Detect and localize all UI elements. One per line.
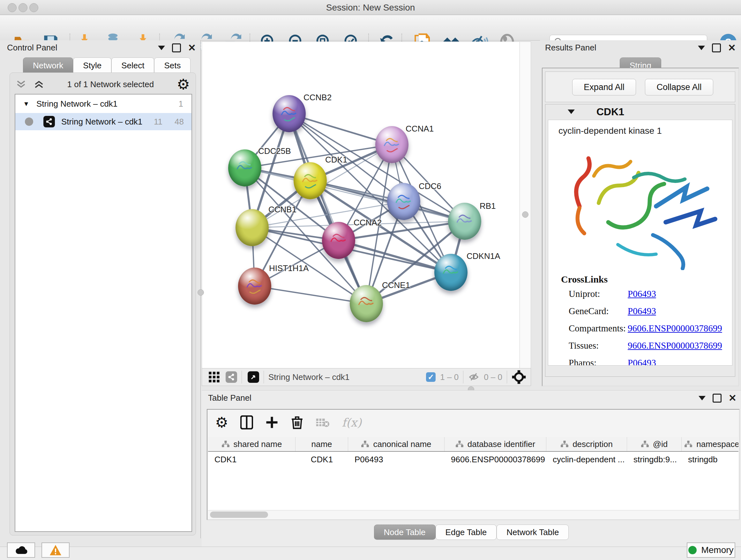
- crosslink-link[interactable]: P06493: [628, 289, 656, 299]
- scrollbar-thumb[interactable]: [210, 511, 268, 518]
- node-CCNB1[interactable]: [235, 209, 269, 246]
- function-builder-icon: f(x): [342, 416, 361, 429]
- node-table: shared namenamecanonical namedatabase id…: [208, 437, 738, 510]
- crosslink-link[interactable]: P06493: [628, 358, 656, 366]
- crosslink-link[interactable]: P06493: [628, 306, 656, 316]
- float-panel-icon[interactable]: [698, 46, 705, 50]
- birdseye-view-icon[interactable]: [248, 371, 259, 383]
- node-label-CCNE1: CCNE1: [382, 280, 410, 290]
- network-collection-row[interactable]: ▼ String Network – cdk1 1: [15, 95, 192, 113]
- shared-column-icon: [221, 440, 230, 448]
- collection-count: 1: [179, 99, 183, 109]
- crosslink-label: Pharos:: [569, 358, 628, 366]
- crosslink-row: GeneCard:P06493: [569, 306, 656, 316]
- center-view-icon[interactable]: [512, 370, 526, 384]
- maximize-panel-icon[interactable]: [172, 44, 181, 52]
- node-RB1[interactable]: [448, 203, 481, 240]
- network-view-title: String Network – cdk1: [268, 372, 349, 382]
- shared-column-icon: [641, 440, 649, 448]
- node-CDK1[interactable]: [293, 162, 327, 199]
- tab-edge-table[interactable]: Edge Table: [435, 524, 497, 540]
- control-splitter-handle[interactable]: [198, 289, 204, 296]
- network-options-gear-icon[interactable]: ⚙: [177, 77, 190, 91]
- warning-icon: [49, 544, 62, 556]
- show-columns-icon[interactable]: [240, 415, 253, 429]
- node-CCNE1[interactable]: [350, 285, 383, 322]
- table-hscrollbar[interactable]: [208, 510, 738, 519]
- close-panel-icon[interactable]: ✕: [728, 44, 736, 51]
- share-view-icon[interactable]: [226, 371, 237, 383]
- float-panel-icon[interactable]: [698, 396, 705, 400]
- tab-node-table[interactable]: Node Table: [374, 524, 435, 540]
- node-CDC25B[interactable]: [228, 149, 261, 186]
- results-splitter-handle[interactable]: [522, 211, 529, 218]
- close-panel-icon[interactable]: ✕: [188, 44, 196, 51]
- node-CCNA2[interactable]: [322, 222, 355, 259]
- column-header-shared-name[interactable]: shared name: [208, 437, 295, 451]
- table-options-gear-icon[interactable]: ⚙: [215, 415, 228, 430]
- edge-count: 48: [175, 117, 184, 127]
- window-title: Session: New Session: [0, 3, 741, 13]
- network-type-icon: [44, 116, 55, 127]
- node-CDC6[interactable]: [387, 183, 420, 220]
- title-bar: Session: New Session: [0, 0, 741, 15]
- network-row-selected[interactable]: String Network – cdk1 11 48: [15, 113, 192, 130]
- cloud-button[interactable]: [7, 543, 35, 558]
- tab-style[interactable]: Style: [73, 57, 111, 73]
- shared-column-icon: [455, 440, 464, 448]
- column-header-namespace[interactable]: namespace: [682, 437, 738, 451]
- node-label-CCNB2: CCNB2: [304, 92, 332, 103]
- node-CCNA1[interactable]: [375, 126, 408, 163]
- node-label-CDK1: CDK1: [325, 155, 347, 165]
- table-cell: stringdb: [682, 452, 738, 467]
- crosslink-link[interactable]: 9606.ENSP00000378699: [628, 323, 722, 334]
- delete-column-icon[interactable]: [291, 415, 304, 429]
- shared-column-icon: [361, 440, 369, 448]
- results-panel-title: Results Panel: [545, 43, 596, 53]
- results-splitter[interactable]: [520, 42, 531, 369]
- column-header-name[interactable]: name: [295, 437, 348, 451]
- expand-all-icon[interactable]: [33, 79, 44, 90]
- maximize-panel-icon[interactable]: [712, 44, 721, 52]
- column-header-database-identifier[interactable]: database identifier: [445, 437, 546, 451]
- tab-select[interactable]: Select: [111, 57, 154, 73]
- node-CCNB2[interactable]: [273, 95, 306, 132]
- memory-button[interactable]: Memory: [687, 543, 735, 558]
- string-controls: Expand All Collapse All: [545, 71, 735, 102]
- crosslink-link[interactable]: 9606.ENSP00000378699: [628, 340, 722, 351]
- column-header-canonical-name[interactable]: canonical name: [348, 437, 445, 451]
- collapse-all-button[interactable]: Collapse All: [645, 79, 713, 96]
- node-HIST1H1A[interactable]: [238, 267, 271, 305]
- control-panel-title: Control Panel: [7, 43, 57, 53]
- hidden-eye-icon[interactable]: [468, 371, 481, 383]
- network-canvas[interactable]: CCNB2CCNA1CDC25BCDK1CDC6RB1CCNB1CCNA2CDK…: [202, 42, 520, 369]
- cytoscape-window: Session: New Session: [0, 0, 741, 560]
- column-header--id[interactable]: @id: [627, 437, 682, 451]
- tab-network[interactable]: Network: [23, 57, 73, 73]
- add-column-icon[interactable]: [265, 416, 279, 429]
- hidden-counts: 0 – 0: [484, 372, 502, 382]
- tab-network-table[interactable]: Network Table: [496, 524, 569, 540]
- table-panel-title: Table Panel: [208, 393, 252, 403]
- grid-view-icon[interactable]: [208, 371, 220, 383]
- node-label-RB1: RB1: [480, 201, 496, 211]
- collapse-all-icon[interactable]: [16, 79, 26, 90]
- selected-checkbox-icon[interactable]: ✓: [426, 372, 435, 382]
- maximize-panel-icon[interactable]: [713, 394, 722, 402]
- node-count: 11: [154, 117, 162, 127]
- tab-sets[interactable]: Sets: [154, 57, 191, 73]
- node-label-CDC25B: CDC25B: [258, 146, 291, 156]
- crosslink-label: Uniprot:: [569, 289, 628, 299]
- main-toolbar: ?: [0, 15, 741, 41]
- entry-expander-icon[interactable]: [568, 110, 575, 114]
- expand-all-button[interactable]: Expand All: [572, 79, 636, 96]
- close-panel-icon[interactable]: ✕: [729, 395, 737, 401]
- float-panel-icon[interactable]: [158, 46, 165, 50]
- collection-expander-icon[interactable]: ▼: [15, 100, 29, 108]
- warnings-button[interactable]: [42, 543, 70, 558]
- node-CDKN1A[interactable]: [434, 254, 468, 291]
- crosslink-row: Tissues:9606.ENSP00000378699: [569, 340, 722, 351]
- column-header-description[interactable]: description: [546, 437, 627, 451]
- table-row[interactable]: CDK1CDK1P064939606.ENSP00000378699cyclin…: [208, 452, 738, 467]
- table-cell: cyclin-dependent ...: [546, 452, 627, 467]
